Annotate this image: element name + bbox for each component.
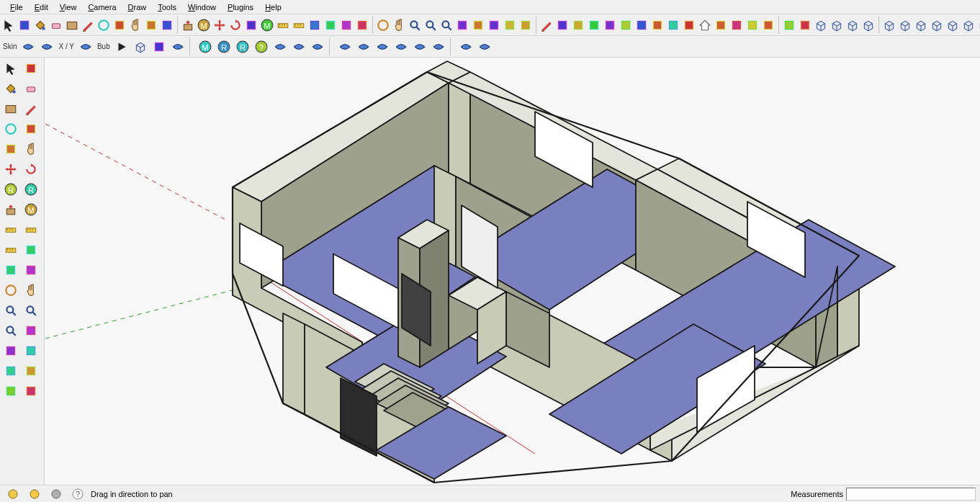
circle-button[interactable]	[96, 17, 111, 34]
plugin-r-button[interactable]: R	[234, 38, 251, 55]
zoom-tool-tool[interactable]	[1, 301, 20, 320]
eraser-tool[interactable]	[22, 79, 40, 98]
text-button[interactable]	[307, 17, 322, 34]
play-button[interactable]	[113, 38, 130, 55]
share-button[interactable]	[798, 17, 812, 34]
compass-tool[interactable]	[22, 382, 40, 400]
status-help-icon[interactable]: ?	[69, 485, 86, 503]
move-button[interactable]	[212, 17, 227, 34]
add-location-button[interactable]	[729, 17, 744, 34]
hidden-geom-tool[interactable]	[22, 362, 40, 380]
model-view[interactable]	[45, 58, 980, 485]
plugin-draw4-button[interactable]	[392, 38, 410, 55]
menu-window[interactable]: Window	[182, 1, 222, 13]
box-button[interactable]	[882, 17, 896, 34]
next-button[interactable]	[471, 17, 485, 34]
record-button[interactable]	[150, 38, 168, 55]
plugin-draw2-button[interactable]	[355, 38, 372, 55]
google-earth-button[interactable]	[761, 17, 776, 34]
menu-edit[interactable]: Edit	[29, 1, 54, 13]
plugin-help-button[interactable]: ?	[253, 38, 270, 55]
plugin-corners-button[interactable]	[430, 38, 447, 55]
walk-button[interactable]	[518, 17, 533, 34]
3d-text-tool[interactable]	[22, 261, 40, 279]
look-tool[interactable]	[22, 341, 40, 360]
tape-tool[interactable]	[1, 220, 20, 239]
3d-warehouse-button[interactable]	[698, 17, 712, 34]
stop-button[interactable]	[132, 38, 149, 55]
plugin-diamond-button[interactable]	[271, 38, 289, 55]
scale-red-tool[interactable]: R	[1, 180, 20, 199]
model-info-button[interactable]	[666, 17, 680, 34]
viewport-3d[interactable]	[45, 58, 980, 485]
tape-measure-button[interactable]: M	[260, 17, 274, 34]
paint-bucket-tool[interactable]	[1, 79, 20, 98]
zoom-button[interactable]	[408, 17, 422, 34]
3d-text-button[interactable]	[339, 17, 354, 34]
iso-button[interactable]	[914, 17, 928, 34]
plugin-blue3-button[interactable]	[77, 38, 94, 55]
zoom-extents-button[interactable]	[423, 17, 438, 34]
fog-button[interactable]	[571, 17, 585, 34]
position-cam-tool[interactable]	[1, 341, 20, 360]
polygon-tool[interactable]	[1, 140, 20, 158]
plugin-blue2-button[interactable]	[38, 38, 55, 55]
menu-camera[interactable]: Camera	[82, 1, 122, 13]
text-label-tool[interactable]	[22, 241, 40, 259]
scenes-button[interactable]	[619, 17, 633, 34]
paint-bucket-button[interactable]	[33, 17, 48, 34]
look-around-button[interactable]	[503, 17, 517, 34]
arc-button[interactable]	[112, 17, 127, 34]
position-camera-button[interactable]	[487, 17, 501, 34]
pan-hand-tool[interactable]	[22, 281, 40, 300]
eraser-button[interactable]	[49, 17, 63, 34]
section-plane-button[interactable]	[355, 17, 369, 34]
offset-red-tool[interactable]: R	[22, 180, 40, 199]
arc-tool[interactable]	[22, 120, 40, 138]
components-button[interactable]	[650, 17, 665, 34]
rectangle-tool[interactable]	[1, 99, 20, 118]
shadows-button[interactable]	[555, 17, 570, 34]
top-button[interactable]	[930, 17, 944, 34]
rotate-button[interactable]	[228, 17, 243, 34]
open-box-button[interactable]	[898, 17, 912, 34]
sandbox-drape-button[interactable]	[845, 17, 860, 34]
axes-tool-tool[interactable]	[1, 261, 20, 279]
follow-me-tool[interactable]: M	[22, 200, 40, 219]
zoom-window-button[interactable]	[439, 17, 454, 34]
line-button[interactable]	[81, 17, 95, 34]
plugin-globe-button[interactable]	[309, 38, 326, 55]
right-button[interactable]	[961, 17, 976, 34]
rotate-red-tool[interactable]	[22, 160, 40, 179]
styles-button[interactable]	[634, 17, 649, 34]
select-arrow-button[interactable]	[1, 17, 16, 34]
photo-textures-button[interactable]	[745, 17, 760, 34]
plugin-draw5-button[interactable]	[411, 38, 428, 55]
axes-button[interactable]	[323, 17, 338, 34]
circle-tool[interactable]	[1, 120, 20, 138]
freehand-tool[interactable]	[22, 140, 40, 158]
make-component-tool[interactable]	[22, 59, 40, 78]
outliner-button[interactable]	[539, 17, 554, 34]
menu-view[interactable]: View	[54, 1, 83, 13]
plugin-paste1-button[interactable]	[457, 38, 475, 55]
dimension-button[interactable]	[292, 17, 306, 34]
pan-button[interactable]	[392, 17, 406, 34]
section-tool[interactable]	[1, 362, 20, 380]
plugin-orb-button[interactable]	[290, 38, 307, 55]
push-pull-tool[interactable]	[1, 200, 20, 219]
measurements-input[interactable]	[846, 488, 976, 501]
plugin-paste2-button[interactable]	[476, 38, 493, 55]
status-icon-1[interactable]	[4, 485, 22, 503]
previous-button[interactable]	[455, 17, 469, 34]
menu-file[interactable]: File	[4, 1, 29, 13]
polygon-button[interactable]	[144, 17, 158, 34]
rectangle-button[interactable]	[65, 17, 79, 34]
preview-button[interactable]	[782, 17, 796, 34]
menu-help[interactable]: Help	[259, 1, 287, 13]
xray-button[interactable]	[587, 17, 601, 34]
zoom-window-tool[interactable]	[1, 321, 20, 340]
dimension-tool[interactable]	[22, 220, 40, 239]
plugin-blue1-button[interactable]	[19, 38, 37, 55]
status-icon-3[interactable]	[48, 485, 65, 503]
